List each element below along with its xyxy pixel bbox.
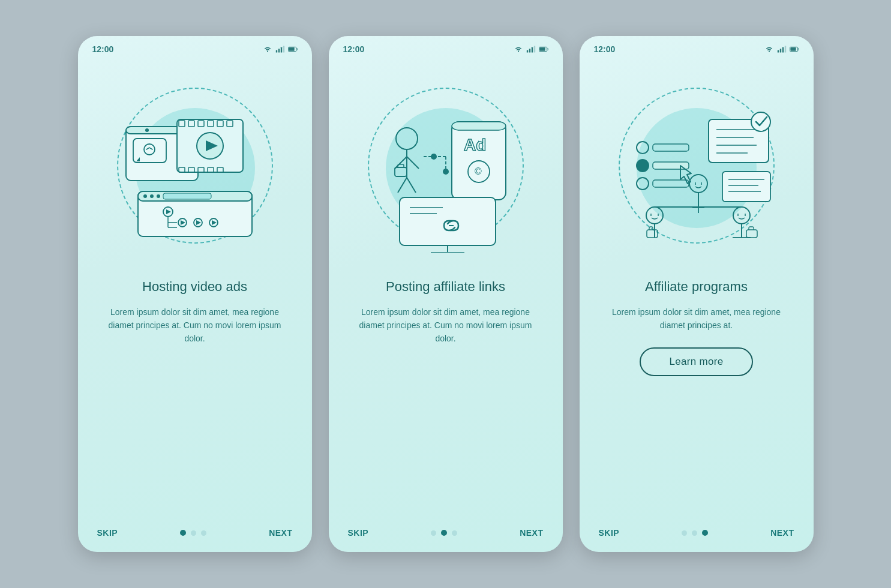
status-time-1: 12:00 [92,44,114,54]
svg-rect-31 [163,193,211,199]
illustration-1 [78,64,312,268]
svg-line-52 [407,157,419,169]
dot-2-1 [431,530,436,536]
status-time-2: 12:00 [343,44,365,54]
svg-point-49 [396,128,418,149]
bottom-nav-2: SKIP NEXT [329,523,563,538]
svg-text:.: . [478,135,479,143]
svg-rect-74 [782,47,783,53]
svg-text:Ad: Ad [464,136,486,154]
nav-dots-1 [180,530,206,536]
svg-point-78 [637,142,649,154]
svg-line-54 [407,178,416,193]
svg-rect-75 [784,46,785,52]
svg-point-95 [689,175,707,193]
svg-rect-110 [746,230,757,238]
svg-point-79 [637,160,649,172]
wifi-icon-2 [514,46,523,53]
battery-icon-3 [790,46,799,53]
svg-rect-73 [779,49,781,52]
svg-point-29 [150,194,154,198]
screen-3: 12:00 [580,36,814,552]
svg-rect-91 [722,172,770,202]
svg-rect-104 [647,230,658,238]
learn-more-button[interactable]: Learn more [640,347,754,376]
content-1: Hosting video ads Lorem ipsum dolor sit … [78,268,312,523]
svg-point-105 [733,207,750,224]
skip-button-3[interactable]: SKIP [599,528,620,538]
svg-rect-55 [395,167,407,176]
svg-point-90 [751,112,770,131]
svg-point-8 [145,128,149,132]
bottom-nav-1: SKIP NEXT [78,523,312,538]
svg-rect-2 [280,47,281,53]
svg-rect-44 [529,49,530,52]
dot-2-3 [452,530,457,536]
svg-line-51 [395,157,407,169]
screens-container: 12:00 [78,36,814,552]
svg-point-80 [637,178,649,190]
svg-point-30 [157,194,160,198]
svg-text:©: © [475,166,482,176]
svg-rect-81 [653,144,689,151]
svg-rect-61 [452,122,506,130]
svg-rect-46 [533,46,535,52]
svg-rect-5 [289,47,294,50]
svg-rect-0 [275,50,277,53]
content-3: Affiliate programs Lorem ipsum dolor sit… [580,268,814,523]
dot-1-3 [201,530,206,536]
screen-desc-1: Lorem ipsum dolor sit dim amet, mea regi… [97,305,293,346]
screen-title-1: Hosting video ads [142,278,247,296]
next-button-2[interactable]: NEXT [520,528,543,538]
svg-rect-72 [777,50,778,53]
status-bar-1: 12:00 [78,36,312,59]
affiliate-programs-illustration [610,79,784,253]
svg-line-53 [398,178,407,193]
dot-1-1 [180,530,186,536]
svg-point-100 [646,207,663,224]
screen-title-2: Posting affiliate links [386,278,505,296]
signal-icon [275,46,285,53]
nav-dots-3 [682,530,708,536]
screen-desc-2: Lorem ipsum dolor sit dim amet, mea regi… [348,305,544,346]
nav-dots-2 [431,530,457,536]
illustration-2: Ad . © [329,64,563,268]
signal-icon-2 [526,46,536,53]
svg-point-57 [431,154,437,160]
dot-3-2 [692,530,697,536]
next-button-3[interactable]: NEXT [770,528,794,538]
status-icons-3 [764,46,799,53]
status-bar-2: 12:00 [329,36,563,59]
svg-point-28 [143,194,147,198]
status-time-3: 12:00 [594,44,616,54]
signal-icon-3 [777,46,787,53]
battery-icon [288,46,298,53]
svg-rect-48 [539,47,545,50]
svg-rect-3 [283,46,284,52]
skip-button-2[interactable]: SKIP [348,528,369,538]
bottom-nav-3: SKIP NEXT [580,523,814,538]
wifi-icon [263,46,272,53]
affiliate-links-illustration: Ad . © [359,79,533,253]
screen-title-3: Affiliate programs [645,278,748,296]
svg-rect-77 [790,47,796,50]
svg-rect-1 [278,49,279,52]
svg-rect-83 [653,180,689,187]
next-button-1[interactable]: NEXT [269,528,292,538]
screen-1: 12:00 [78,36,312,552]
status-bar-3: 12:00 [580,36,814,59]
screen-2: 12:00 [329,36,563,552]
dot-1-2 [191,530,196,536]
content-2: Posting affiliate links Lorem ipsum dolo… [329,268,563,523]
wifi-icon-3 [764,46,774,53]
svg-rect-45 [531,47,532,53]
svg-rect-43 [526,50,527,53]
illustration-3 [580,64,814,268]
dot-2-2 [441,530,447,536]
dot-3-3 [702,530,708,536]
screen-desc-3: Lorem ipsum dolor sit dim amet, mea regi… [599,305,794,332]
video-ads-illustration [108,79,282,253]
status-icons-1 [263,46,298,53]
skip-button-1[interactable]: SKIP [97,528,118,538]
battery-icon-2 [539,46,548,53]
